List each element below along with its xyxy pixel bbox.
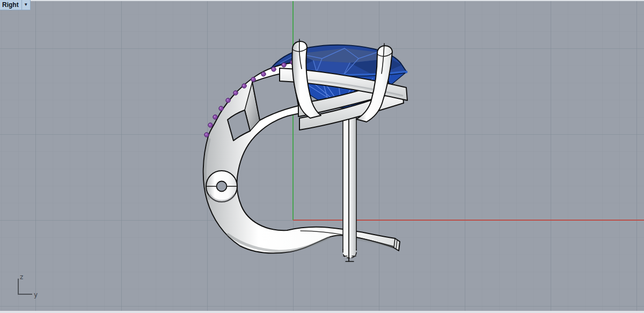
axis-gizmo-horizontal-label: y	[34, 291, 38, 299]
viewport-title[interactable]: Right	[0, 0, 21, 10]
viewport-top-border	[0, 0, 644, 1]
cad-viewport[interactable]: z y Right ▼	[0, 0, 644, 313]
viewport-title-bar[interactable]: Right ▼	[0, 0, 31, 10]
chevron-down-icon: ▼	[24, 2, 28, 7]
viewport-bottom-border	[0, 311, 644, 313]
hinge-pivot	[206, 171, 237, 202]
viewport-dropdown[interactable]: ▼	[21, 0, 30, 10]
axis-gizmo-vertical-label: z	[20, 273, 23, 281]
ear-post	[343, 112, 356, 261]
viewport-canvas[interactable]: z y	[0, 0, 644, 313]
